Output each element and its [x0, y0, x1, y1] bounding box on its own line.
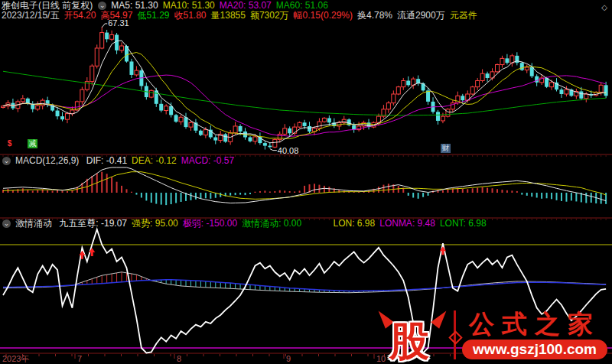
readout-item: MA60: 51.06: [276, 0, 328, 11]
readout-item: MA10: 51.30: [163, 0, 215, 11]
osc-readouts: 九五至尊: -19.07强势: 95.00极弱: -150.00激情涌动: 0.…: [59, 218, 306, 229]
logo-url[interactable]: www.gszj100.com: [462, 340, 607, 359]
ohlc-readouts: 2023/12/15/五开54.20高54.97低51.29收51.80量138…: [2, 10, 482, 21]
svg-text:40.08: 40.08: [278, 146, 299, 155]
bull-logo: 股: [377, 307, 448, 362]
svg-text:2023年: 2023年: [2, 354, 29, 363]
macd-readouts: DIF: -0.41DEA: -0.12MACD: -0.57: [86, 155, 239, 166]
event-marker-blue[interactable]: 财: [441, 144, 451, 153]
readout-item: 九五至尊: -19.07: [59, 218, 127, 229]
readout-item: LONMA: 9.48: [379, 218, 435, 229]
macd-collapse-icon[interactable]: ⌄: [2, 157, 11, 165]
stock-app-window: { "header": { "title": "雅创电子(日线 前复权)", "…: [0, 0, 612, 364]
readout-item: 额7302万: [250, 10, 289, 21]
readout-item: DIF: -0.41: [86, 155, 127, 166]
site-watermark: 股 公式之家 www.gszj100.com: [377, 307, 607, 362]
macd-header: ⌄MACD(12,26,9) DIF: -0.41DEA: -0.12MACD:…: [2, 156, 243, 166]
svg-text:7: 7: [77, 354, 82, 363]
logo-gu-character: 股: [389, 315, 429, 364]
ticker-title: 雅创电子(日线 前复权): [2, 0, 93, 11]
readout-item: MA20: 53.07: [220, 0, 272, 11]
readout-item: LON: 6.98: [334, 218, 376, 229]
macd-title[interactable]: MACD(12,26,9): [15, 155, 79, 166]
readout-item: 流通2900万: [397, 10, 445, 21]
svg-text:9: 9: [286, 354, 291, 363]
logo-brand-text: 公式之家: [469, 310, 601, 338]
event-marker-red[interactable]: $: [5, 139, 15, 148]
readout-item: 开54.20: [63, 10, 96, 21]
readout-item: 量13855: [211, 10, 246, 21]
logo-diamond-icon: [448, 330, 462, 344]
header-row-ohlc: 2023/12/15/五开54.20高54.97低51.29收51.80量138…: [2, 11, 487, 21]
readout-item: 强势: 95.00: [132, 218, 178, 229]
readout-item: 换4.78%: [357, 10, 392, 21]
lon-readouts: LON: 6.98LONMA: 9.48LONT: 6.98: [334, 218, 491, 229]
readout-item: 收51.80: [174, 10, 207, 21]
readout-item: 极弱: -150.00: [183, 218, 237, 229]
osc-header: ⌄激情涌动 九五至尊: -19.07强势: 95.00极弱: -150.00激情…: [2, 219, 496, 229]
bull-horn-right-icon: [431, 307, 451, 329]
collapse-icon[interactable]: ⌄: [98, 2, 106, 10]
readout-item: LONT: 6.98: [440, 218, 487, 229]
readout-item: DEA: -0.12: [132, 155, 177, 166]
readout-item: 2023/12/15/五: [2, 10, 59, 21]
readout-item: 幅0.15(0.29%): [294, 10, 353, 21]
readout-item: 低51.29: [137, 10, 169, 21]
osc-collapse-icon[interactable]: ⌄: [2, 219, 11, 228]
event-marker-green[interactable]: 减: [28, 139, 37, 148]
readout-item: 元器件: [450, 10, 477, 21]
readout-item: 高54.97: [100, 10, 132, 21]
svg-text:8: 8: [177, 354, 181, 363]
pin-diamond-icon[interactable]: ◇: [601, 3, 607, 11]
ma-readouts: MA5: 51.30MA10: 51.30MA20: 53.07MA60: 51…: [111, 0, 333, 11]
readout-item: 激情涌动: 0.00: [242, 218, 301, 229]
osc-title[interactable]: 激情涌动: [15, 218, 52, 229]
readout-item: MACD: -0.57: [181, 155, 234, 166]
readout-item: MA5: 51.30: [111, 0, 158, 11]
